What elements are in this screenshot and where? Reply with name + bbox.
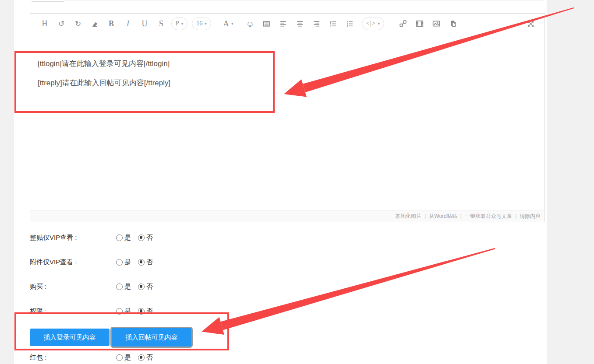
image-glyph	[432, 20, 440, 28]
radio-label: 是	[124, 307, 131, 315]
radio-button[interactable]	[138, 284, 145, 290]
radio-option-no[interactable]: 否	[138, 307, 153, 315]
image-icon[interactable]	[430, 16, 443, 31]
heading-button[interactable]: H	[38, 16, 51, 31]
italic-button[interactable]: I	[121, 16, 134, 31]
strikethrough-button[interactable]: S	[155, 16, 168, 31]
emoji-icon[interactable]: ☺	[244, 16, 257, 31]
align-left-glyph	[279, 20, 287, 28]
redo-icon[interactable]: ↻	[71, 16, 85, 31]
insert-reply-visible-button[interactable]: 插入回帖可见内容	[110, 327, 193, 348]
font-color-dropdown[interactable]: A ▾	[222, 16, 235, 31]
editor-footer-bar: 本地化图片 | 从Word粘贴 | 一键获取公众号文章 | 清除内容	[30, 210, 544, 222]
radio-option-no[interactable]: 否	[138, 258, 153, 266]
rich-text-editor: H ↺ ↻ B I U S P ▾ 16 ▾ A ▾ ☺	[30, 13, 544, 222]
chevron-down-icon: ▾	[181, 22, 184, 26]
form-row-purchase: 购买 : 是 否	[30, 282, 160, 291]
paste-from-word-link[interactable]: 从Word粘贴	[429, 213, 457, 220]
align-left-icon[interactable]	[277, 16, 290, 31]
footer-separator: |	[515, 213, 516, 219]
editor-content-area[interactable]: [ttlogin]请在此输入登录可见内容[/ttlogin] [ttreply]…	[30, 34, 544, 210]
chevron-down-icon: ▾	[205, 22, 207, 26]
form-label: 附件仅VIP查看 :	[30, 258, 116, 266]
radio-option-yes[interactable]: 是	[116, 283, 131, 291]
cropped-element-above	[32, 1, 64, 2]
page-right-gutter	[547, 0, 594, 364]
radio-option-yes[interactable]: 是	[116, 258, 131, 266]
fullscreen-glyph	[527, 20, 534, 28]
footer-separator: |	[460, 213, 462, 219]
align-center-glyph	[296, 20, 304, 28]
radio-option-yes[interactable]: 是	[116, 307, 131, 315]
undo-glyph: ↺	[58, 19, 64, 28]
localize-images-link[interactable]: 本地化图片	[395, 213, 421, 220]
fetch-wechat-article-link[interactable]: 一键获取公众号文章	[465, 213, 512, 220]
radio-button[interactable]	[138, 354, 145, 361]
radio-label: 否	[146, 258, 153, 266]
align-right-glyph	[313, 20, 320, 28]
video-icon[interactable]	[413, 16, 426, 31]
radio-option-no[interactable]: 否	[138, 354, 153, 362]
paste-icon[interactable]	[446, 16, 460, 31]
clear-content-link[interactable]: 清除内容	[520, 213, 541, 220]
radio-option-no[interactable]: 否	[138, 234, 153, 242]
footer-separator: |	[424, 213, 426, 219]
unordered-list-glyph	[346, 20, 354, 28]
eraser-icon[interactable]	[88, 16, 101, 31]
code-dropdown[interactable]: <|> ▾	[362, 17, 384, 30]
strikethrough-label: S	[159, 19, 163, 28]
chevron-down-icon: ▾	[231, 22, 233, 26]
editor-line-ttreply: [ttreply]请在此输入回帖可见内容[/ttreply]	[38, 78, 535, 88]
radio-button[interactable]	[116, 234, 123, 241]
underline-button[interactable]: U	[138, 16, 151, 31]
editor-toolbar: H ↺ ↻ B I U S P ▾ 16 ▾ A ▾ ☺	[30, 14, 544, 34]
ordered-list-icon[interactable]	[327, 16, 340, 31]
radio-label: 是	[124, 283, 131, 291]
bold-label: B	[109, 19, 114, 28]
radio-button[interactable]	[116, 259, 123, 266]
emoji-glyph: ☺	[246, 20, 254, 28]
radio-button[interactable]	[138, 259, 145, 266]
undo-icon[interactable]: ↺	[55, 16, 68, 31]
annotation-arrow-buttons	[202, 248, 495, 335]
form-row-permission: 权限 : 是 否	[30, 306, 160, 316]
form-label: 权限 :	[30, 307, 116, 315]
radio-label: 否	[146, 354, 153, 362]
quote-block-icon[interactable]	[260, 16, 273, 31]
link-icon[interactable]	[396, 16, 410, 31]
radio-label: 否	[146, 307, 153, 315]
radio-button[interactable]	[116, 308, 123, 315]
radio-option-yes[interactable]: 是	[116, 234, 131, 242]
radio-button[interactable]	[138, 308, 145, 315]
form-row-attachment-vip: 附件仅VIP查看 : 是 否	[30, 257, 160, 267]
form-label: 购买 :	[30, 283, 116, 291]
eraser-glyph	[91, 20, 99, 28]
bold-button[interactable]: B	[105, 16, 118, 31]
align-center-icon[interactable]	[293, 16, 307, 31]
editor-line-ttlogin: [ttlogin]请在此输入登录可见内容[/ttlogin]	[38, 59, 535, 68]
fullscreen-icon[interactable]	[524, 16, 537, 31]
radio-label: 否	[146, 283, 153, 291]
align-right-icon[interactable]	[310, 16, 323, 31]
radio-option-no[interactable]: 否	[138, 283, 153, 291]
insert-login-visible-button[interactable]: 插入登录可见内容	[30, 329, 110, 346]
paragraph-value: P	[176, 20, 179, 27]
form-label: 整贴仅VIP查看 :	[30, 234, 116, 242]
video-glyph	[416, 20, 424, 28]
radio-option-yes[interactable]: 是	[116, 354, 131, 362]
form-row-vip-view: 整贴仅VIP查看 : 是 否	[30, 233, 160, 242]
paragraph-format-dropdown[interactable]: P ▾	[171, 17, 187, 30]
paste-glyph	[449, 20, 457, 28]
radio-button[interactable]	[116, 284, 123, 290]
cropped-divider-above	[64, 0, 544, 0]
redo-glyph: ↻	[75, 19, 81, 28]
font-size-dropdown[interactable]: 16 ▾	[192, 17, 211, 30]
form-label: 红包 :	[30, 354, 116, 362]
font-color-label: A	[223, 19, 229, 28]
radio-button[interactable]	[116, 354, 123, 361]
code-value: <|>	[366, 20, 376, 27]
unordered-list-icon[interactable]	[343, 16, 357, 31]
link-glyph	[399, 20, 407, 28]
radio-button[interactable]	[138, 234, 145, 241]
page-left-gutter	[0, 0, 14, 364]
